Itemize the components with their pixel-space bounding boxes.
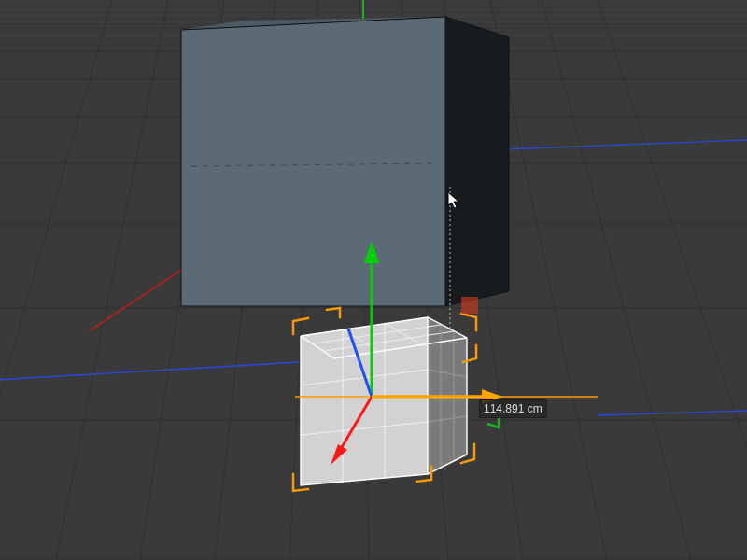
axis-plane-xz-hint[interactable] [461, 297, 478, 314]
cube-large-front-face [181, 17, 445, 306]
cube-small[interactable] [301, 317, 467, 485]
scene-canvas[interactable] [0, 0, 747, 560]
cube-large-side-face [445, 17, 509, 306]
move-distance-readout: 114.891 cm [479, 399, 547, 418]
3d-viewport[interactable]: 114.891 cm [0, 0, 747, 560]
cube-large[interactable] [181, 17, 509, 306]
